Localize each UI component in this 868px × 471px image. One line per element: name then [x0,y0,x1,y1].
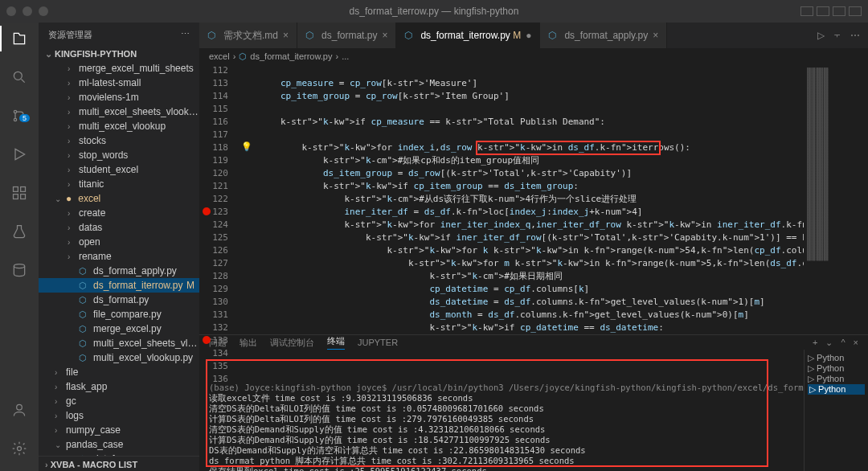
folder-item[interactable]: ⌄●excel [39,191,199,206]
tab-ds_format_iterrow-py[interactable]: ⬡ds_format_iterrow.py M● [396,23,540,48]
test-icon[interactable] [10,222,29,241]
more-actions-icon[interactable]: ⋯ [850,30,860,41]
terminal-session[interactable]: ▷ Python [808,384,865,395]
folder-item[interactable]: ›file [39,365,199,379]
svg-rect-7 [21,195,26,199]
terminal-list[interactable]: ▷ Python▷ Python▷ Python▷ Python [804,350,868,471]
file-item[interactable]: ⬡ds_format_apply.py [39,264,199,278]
terminal-session[interactable]: ▷ Python [808,363,865,374]
close-panel-icon[interactable]: × [854,338,858,347]
svg-point-10 [18,447,22,451]
folder-item[interactable]: ›numpy_case [39,423,199,437]
sidebar-title: 资源管理器 [48,29,92,41]
maximize-panel-icon[interactable]: ^ [841,338,845,347]
file-item[interactable]: ⬡merge_excel.py [39,322,199,336]
file-item[interactable]: ⬡ds_format.py [39,293,199,307]
terminal-output[interactable]: (base) Joyce:kingfish-python joyce$ /usr… [199,350,804,471]
breakpoint-icon[interactable] [203,207,211,215]
search-icon[interactable] [10,68,29,87]
extensions-icon[interactable] [10,183,29,203]
svg-rect-6 [14,195,18,199]
line-gutter: 112 113 114 115 116 117 118 119 120 121 … [199,64,238,334]
terminal-line: 清空DS表的Delta和LOI列的值 time cost is :0.05748… [209,403,794,414]
svg-point-0 [14,72,22,80]
folder-item[interactable]: ›datas [39,220,199,235]
tab--md[interactable]: ⬡需求文档.md× [199,23,297,48]
close-tab-icon[interactable]: × [653,30,658,41]
svg-rect-4 [14,187,18,192]
database-icon[interactable] [10,260,29,280]
tab-bar: ⬡需求文档.md×⬡ds_format.py×⬡ds_format_iterro… [199,23,868,48]
panel-tab-输出[interactable]: 输出 [240,337,257,349]
terminal-line: 计算DS表的Demand和Supply的值 time cost is :18.5… [209,435,794,445]
account-icon[interactable] [10,400,29,420]
panel-tab-调试控制台[interactable]: 调试控制台 [270,337,314,349]
folder-item[interactable]: ›stocks [39,133,199,148]
terminal-dropdown-icon[interactable]: ⌄ [825,338,833,348]
terminal-line: 计算DS表的Delta和LOI列的值 time cost is :279.797… [209,414,794,424]
terminal-line: DS表的Demand和Supply的清空和计算总共 time cost is :… [209,445,794,456]
activity-bar: 5 [0,23,39,471]
svg-point-9 [17,404,23,410]
close-tab-icon[interactable]: × [283,30,289,41]
run-debug-icon[interactable] [10,145,29,164]
macro-section: XVBA - MACRO LIST [51,460,137,469]
svg-rect-5 [21,187,26,192]
folder-item[interactable]: ›titanic [39,177,199,191]
minimap[interactable]: ████ ███ ██████ ████ ████ ███ ██████ ███… [804,64,868,334]
project-name: KINGFISH-PYTHON [55,49,137,59]
lightbulb-icon[interactable]: 💡 [241,141,252,152]
breadcrumb[interactable]: excel› ⬡ds_format_iterrow.py› ... [199,48,868,64]
folder-item[interactable]: ›stop_words [39,148,199,162]
tab-ds_format-py[interactable]: ⬡ds_format.py× [297,23,396,48]
terminal-line: 清空DS表的Demand和Supply的值 time cost is :4.32… [209,424,794,435]
folder-item[interactable]: ›multi_excel_vlookup [39,119,199,133]
svg-point-8 [14,264,24,268]
tab-ds_format_apply-py[interactable]: ⬡ds_format_apply.py× [540,23,667,48]
panel-tab-JUPYTER[interactable]: JUPYTER [358,338,398,347]
svg-point-1 [14,110,16,113]
folder-item[interactable]: ›gc [39,394,199,408]
split-editor-icon[interactable]: ⫟ [833,30,842,41]
sidebar: 资源管理器⋯ ⌄ KINGFISH-PYTHON ›merge_excel_mu… [39,23,199,471]
folder-item[interactable]: ›rename [39,249,199,264]
folder-item[interactable]: ›student_excel [39,162,199,177]
svg-point-2 [14,118,16,121]
file-item[interactable]: ⬡file_compare.py [39,307,199,322]
folder-item[interactable]: ›create [39,206,199,220]
layout-controls[interactable] [800,6,862,16]
code-content[interactable]: cp_measure = cp_row[k-str">'Measure'] cp… [238,64,804,334]
file-item[interactable]: ⬡multi_excel_vlookup.py [39,350,199,365]
folder-item[interactable]: ›merge_excel_multi_sheets [39,61,199,76]
terminal-line: 保存结果到excel time cost is :25.599551916122… [209,466,794,471]
new-terminal-icon[interactable]: + [813,338,817,347]
panel-tabs: 问题输出调试控制台终端JUPYTER + ⌄ ^ × [199,335,868,350]
sidebar-more-icon[interactable]: ⋯ [181,29,190,41]
terminal-session[interactable]: ▷ Python [808,353,865,363]
folder-item[interactable]: ⌄pandas_case [39,437,199,452]
terminal-line: (base) Joyce:kingfish-python joyce$ /usr… [209,383,794,393]
folder-item[interactable]: ›open [39,235,199,249]
run-icon[interactable]: ▷ [817,30,825,41]
window-controls[interactable] [6,6,48,16]
folder-item[interactable]: ›ml-latest-small [39,76,199,90]
source-control-icon[interactable]: 5 [10,106,29,125]
titlebar: ds_format_iterrow.py — kingfish-python [0,0,868,23]
folder-item[interactable]: ›logs [39,408,199,423]
terminal-session[interactable]: ▷ Python [808,374,865,384]
terminal-line: 读取excel文件 time cost is :9.30321311950683… [209,393,794,403]
folder-item[interactable]: ›flask_app [39,379,199,394]
file-tree[interactable]: ›merge_excel_multi_sheets›ml-latest-smal… [39,61,199,456]
panel-tab-终端[interactable]: 终端 [327,335,345,350]
terminal-line: ds_format python 脚本内存计算总共 time cost is :… [209,456,794,466]
close-tab-icon[interactable]: × [382,30,387,41]
settings-icon[interactable] [10,439,29,458]
close-tab-icon[interactable]: ● [526,30,531,41]
file-item[interactable]: ⬡ds_format_iterrow.pyM [39,278,199,293]
explorer-icon[interactable] [10,29,29,48]
editor[interactable]: 112 113 114 115 116 117 118 119 120 121 … [199,64,868,334]
folder-item[interactable]: ›movielens-1m [39,90,199,104]
file-item[interactable]: ⬡multi_excel_sheets_vlookup.py [39,336,199,350]
breakpoint-icon[interactable] [203,336,211,344]
folder-item[interactable]: ›multi_excel_sheets_vlookup [39,104,199,119]
